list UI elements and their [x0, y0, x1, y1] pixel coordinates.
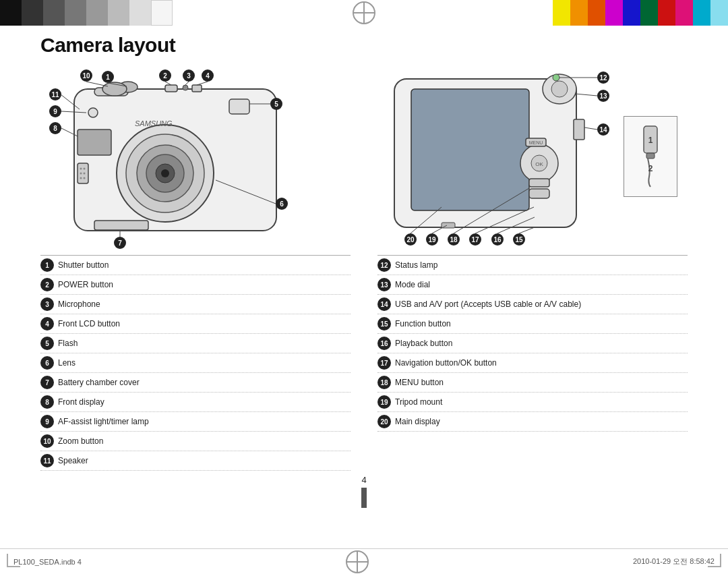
- legend-num: 11: [40, 454, 54, 467]
- svg-text:17: 17: [471, 236, 479, 243]
- date-info: 2010-01-29 오전 8:58:42: [633, 556, 715, 567]
- legend-num: 1: [40, 258, 54, 272]
- legend-num: 14: [377, 297, 391, 311]
- legend-item: 8 Front display: [40, 393, 351, 412]
- svg-point-61: [551, 81, 568, 97]
- page-content: Camera layout: [40, 34, 688, 540]
- svg-text:18: 18: [450, 236, 458, 243]
- legend-num: 7: [40, 376, 54, 389]
- svg-line-36: [185, 82, 189, 85]
- svg-text:4: 4: [206, 72, 210, 80]
- svg-line-84: [519, 227, 535, 233]
- legend-num: 20: [377, 415, 391, 428]
- legend-item: 9 AF-assist light/timer lamp: [40, 412, 351, 432]
- svg-rect-68: [529, 189, 549, 198]
- legend-num: 6: [40, 356, 54, 370]
- svg-text:6: 6: [280, 200, 284, 208]
- registration-mark-bottom: [346, 550, 369, 573]
- legend-num: 2: [40, 278, 54, 291]
- legend-item: 5 Flash: [40, 334, 351, 353]
- svg-text:13: 13: [599, 92, 607, 100]
- bottom-bar: PL100_SEDA.indb 4 2010-01-29 오전 8:58:42: [0, 548, 728, 574]
- legend-label: Main display: [395, 417, 440, 426]
- legend-num: 19: [377, 395, 391, 409]
- svg-text:9: 9: [53, 108, 57, 115]
- svg-text:OK: OK: [535, 161, 543, 167]
- page-number: 4: [40, 475, 688, 485]
- svg-rect-13: [94, 221, 148, 230]
- legend-item: 10 Zoom button: [40, 432, 351, 451]
- legend-label: Mode dial: [395, 280, 430, 289]
- front-legend-col: 1 Shutter button 2 POWER button 3 Microp…: [40, 255, 351, 471]
- legend-item: 14 USB and A/V port (Accepts USB cable o…: [377, 295, 688, 314]
- legend-label: Front display: [58, 397, 104, 407]
- legend-num: 10: [40, 434, 54, 448]
- legend-item: 6 Lens: [40, 353, 351, 373]
- legend-item: 7 Battery chamber cover: [40, 373, 351, 393]
- svg-text:15: 15: [515, 236, 523, 243]
- legend-item: 4 Front LCD button: [40, 314, 351, 334]
- legend-label: POWER button: [58, 280, 113, 289]
- legend-label: Battery chamber cover: [58, 378, 140, 387]
- svg-rect-18: [78, 163, 88, 183]
- legend-num: 13: [377, 278, 391, 291]
- svg-point-15: [88, 108, 98, 117]
- legend-item: 3 Microphone: [40, 295, 351, 314]
- legend-item: 12 Status lamp: [377, 256, 688, 275]
- legend-num: 18: [377, 376, 391, 389]
- svg-point-24: [84, 177, 86, 179]
- svg-line-57: [86, 82, 108, 86]
- svg-rect-69: [529, 179, 549, 187]
- legend-label: Status lamp: [395, 260, 437, 270]
- svg-point-4: [183, 85, 188, 90]
- svg-rect-6: [229, 99, 249, 114]
- front-camera-svg: SAMSUNG 11 1: [40, 69, 310, 251]
- svg-text:SAMSUNG: SAMSUNG: [135, 119, 173, 127]
- page-title: Camera layout: [40, 34, 688, 57]
- legend-num: 9: [40, 415, 54, 428]
- legend-area: 1 Shutter button 2 POWER button 3 Microp…: [40, 255, 688, 471]
- top-color-bar: [0, 0, 728, 26]
- strap-detail: 1 2: [624, 116, 677, 197]
- registration-mark-top: [353, 1, 375, 24]
- legend-num: 3: [40, 297, 54, 311]
- svg-text:1: 1: [648, 136, 653, 145]
- svg-rect-63: [574, 119, 584, 140]
- svg-text:12: 12: [599, 74, 607, 82]
- svg-rect-101: [646, 153, 655, 159]
- legend-item: 2 POWER button: [40, 275, 351, 295]
- svg-rect-59: [411, 89, 529, 210]
- legend-item: 18 MENU button: [377, 373, 688, 393]
- svg-text:2: 2: [648, 164, 653, 173]
- svg-rect-5: [192, 85, 202, 92]
- svg-rect-14: [78, 130, 111, 155]
- cameras-row: SAMSUNG 11 1: [40, 69, 688, 244]
- svg-text:20: 20: [406, 236, 415, 243]
- file-info: PL100_SEDA.indb 4: [13, 558, 82, 566]
- legend-label: Microphone: [58, 299, 100, 309]
- legend-item: 11 Speaker: [40, 451, 351, 471]
- legend-label: Tripod mount: [395, 397, 442, 407]
- svg-text:16: 16: [493, 236, 502, 243]
- legend-num: 17: [377, 356, 391, 370]
- legend-num: 4: [40, 317, 54, 331]
- legend-label: AF-assist light/timer lamp: [58, 417, 149, 426]
- legend-item: 1 Shutter button: [40, 256, 351, 275]
- legend-label: Lens: [58, 358, 75, 368]
- legend-label: MENU button: [395, 378, 444, 387]
- legend-num: 12: [377, 258, 391, 272]
- back-legend-col: 12 Status lamp 13 Mode dial 14 USB and A…: [377, 255, 688, 471]
- svg-text:3: 3: [187, 72, 191, 80]
- svg-rect-3: [165, 85, 177, 92]
- svg-text:8: 8: [53, 125, 57, 132]
- legend-item: 20 Main display: [377, 412, 688, 432]
- svg-line-81: [584, 127, 597, 130]
- legend-item: 17 Navigation button/OK button: [377, 353, 688, 373]
- page-number-bar: [361, 488, 367, 508]
- svg-point-23: [80, 177, 82, 179]
- svg-text:11: 11: [51, 91, 59, 98]
- legend-num: 5: [40, 337, 54, 350]
- legend-label: Speaker: [58, 456, 88, 465]
- svg-text:7: 7: [118, 239, 122, 247]
- legend-item: 16 Playback button: [377, 334, 688, 353]
